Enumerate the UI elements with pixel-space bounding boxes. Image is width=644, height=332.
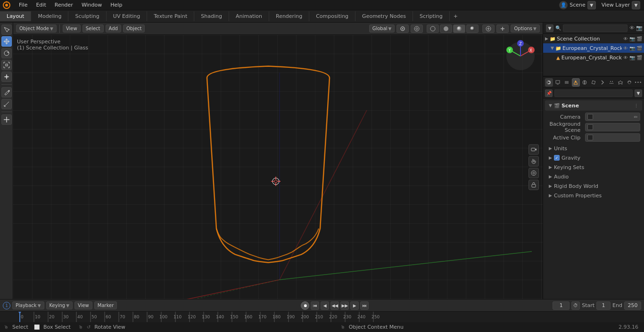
properties-search-input[interactable] (554, 89, 633, 97)
outliner-search-input[interactable] (563, 24, 627, 32)
options-btn[interactable]: Options ▼ (511, 24, 540, 32)
prop-tab-constraints[interactable] (625, 78, 633, 87)
prop-tab-more[interactable]: ••• (634, 78, 642, 87)
outliner-item-crystal-collection[interactable]: ▼ 📁 European_Crystal_Rocks_Gla 👁 📷 🎬 (543, 43, 644, 53)
jump-start-btn[interactable]: ⏮ (311, 301, 319, 310)
tab-rendering[interactable]: Rendering (269, 11, 309, 21)
keying-menu[interactable]: Keying ▼ (46, 301, 73, 309)
overlay-toggle[interactable] (482, 24, 495, 33)
camera-eyedropper[interactable]: ✏️ (634, 114, 638, 120)
view-menu[interactable]: View (63, 24, 81, 32)
timeline-view-menu[interactable]: View (74, 301, 92, 309)
keying-sets-section-header[interactable]: ▶ Keying Sets (545, 162, 642, 172)
outliner-filter-btn[interactable]: ▼ (546, 24, 553, 32)
menu-render[interactable]: Render (51, 1, 77, 9)
axis-widget[interactable]: X Y Z (504, 40, 537, 73)
play-forward-btn[interactable]: ▶▶ (340, 301, 349, 310)
bg-scene-value-field[interactable] (585, 123, 640, 131)
viewport-shading-wire[interactable] (427, 24, 439, 33)
rigid-body-label: Rigid Body World (554, 183, 598, 189)
current-frame-field[interactable]: 1 (553, 301, 570, 310)
outliner-eye-toggle[interactable]: 👁 (629, 25, 635, 31)
scene-prop-header[interactable]: ▼ 🎬 Scene ⋮ (545, 100, 642, 111)
tab-modeling[interactable]: Modeling (31, 11, 68, 21)
audio-section-header[interactable]: ▶ Audio (545, 172, 642, 181)
prop-tab-view-layer[interactable] (563, 78, 571, 87)
playback-menu[interactable]: Playback ▼ (12, 301, 44, 309)
prop-tab-scene[interactable] (572, 78, 580, 87)
select-menu[interactable]: Select (83, 24, 104, 32)
tab-scripting[interactable]: Scripting (413, 11, 450, 21)
use-preview-range[interactable]: ⏱ (571, 301, 580, 310)
prop-tab-physics[interactable] (616, 78, 624, 87)
proportional-edit[interactable] (411, 24, 423, 33)
tool-move[interactable] (1, 36, 12, 47)
mode-selector[interactable]: Object Mode ▼ (16, 24, 57, 32)
properties-filter-btn[interactable]: ▼ (635, 89, 642, 97)
menu-file[interactable]: File (15, 1, 31, 9)
record-keyframe-btn[interactable]: ⏺ (301, 301, 309, 310)
outliner-camera-toggle[interactable]: 📷 (636, 25, 643, 31)
prop-tab-particles[interactable] (607, 78, 615, 87)
tab-add-button[interactable]: + (450, 11, 462, 21)
tool-transform[interactable] (1, 72, 12, 82)
menu-help[interactable]: Help (107, 1, 126, 9)
menu-edit[interactable]: Edit (32, 1, 50, 9)
tool-rotate[interactable] (1, 48, 12, 58)
view-lock-btn[interactable] (528, 179, 539, 190)
prop-tab-render[interactable] (545, 78, 553, 87)
gizmo-toggle[interactable] (496, 24, 509, 33)
tab-shading[interactable]: Shading (194, 11, 229, 21)
view-camera-btn[interactable] (528, 168, 539, 178)
add-menu[interactable]: Add (106, 24, 121, 32)
viewport-shading-rendered[interactable] (466, 24, 479, 33)
prop-tab-object[interactable] (590, 78, 598, 87)
tool-annotate[interactable] (1, 87, 12, 97)
tab-texture-paint[interactable]: Texture Paint (147, 11, 194, 21)
timeline-marker-menu[interactable]: Marker (94, 301, 117, 309)
user-icon[interactable]: 👤 (559, 1, 568, 9)
end-frame-field[interactable]: 250 (624, 301, 641, 310)
tool-measure[interactable] (1, 99, 12, 109)
tab-compositing[interactable]: Compositing (309, 11, 355, 21)
tool-scale[interactable] (1, 60, 12, 70)
active-clip-value-field[interactable] (585, 133, 640, 142)
properties-pin-btn[interactable]: 📌 (545, 89, 553, 97)
jump-end-btn[interactable]: ⏭ (360, 301, 369, 310)
gravity-section-header[interactable]: ▶ ✓ Gravity (545, 153, 642, 162)
object-menu[interactable]: Object (123, 24, 145, 32)
gravity-checkbox[interactable]: ✓ (554, 155, 560, 161)
tab-uv-editing[interactable]: UV Editing (107, 11, 147, 21)
step-back-btn[interactable]: ◀ (321, 301, 329, 310)
outliner-item-crystal-rocks[interactable]: ▲ European_Crystal_Rocks 👁 📷 🎬 (543, 53, 644, 62)
snap-toggle[interactable] (396, 24, 409, 33)
tab-animation[interactable]: Animation (229, 11, 269, 21)
play-backward-btn[interactable]: ◀◀ (330, 301, 339, 310)
viewport-shading-material[interactable] (453, 24, 465, 33)
tab-layout[interactable]: Layout (0, 11, 31, 21)
hand-tool-btn[interactable] (528, 156, 539, 166)
view-layer-dropdown[interactable]: ▼ (632, 1, 640, 9)
viewport-main[interactable]: User Perspective (1) Scene Collection | … (13, 35, 543, 299)
outliner-item-scene-collection[interactable]: ▶ 📁 Scene Collection 👁 📷 🎬 (543, 34, 644, 43)
transform-orientation[interactable]: Global ▼ (369, 24, 395, 32)
prop-tab-modifier[interactable] (598, 78, 606, 87)
prop-tab-output[interactable] (554, 78, 562, 87)
tool-cursor[interactable] (1, 24, 12, 35)
custom-props-section-header[interactable]: ▶ Custom Properties (545, 191, 642, 200)
rigid-body-section-header[interactable]: ▶ Rigid Body World (545, 181, 642, 191)
tab-geometry-nodes[interactable]: Geometry Nodes (355, 11, 413, 21)
start-frame-field[interactable]: 1 (596, 301, 611, 310)
viewport-shading-solid[interactable] (440, 24, 452, 33)
tool-add[interactable] (1, 114, 12, 125)
prop-tab-world[interactable] (581, 78, 589, 87)
units-section-header[interactable]: ▶ Units (545, 144, 642, 153)
camera-value-field[interactable]: ✏️ (585, 113, 640, 121)
camera-view-btn[interactable] (528, 144, 539, 154)
step-forward-btn[interactable]: ▶ (350, 301, 359, 310)
tab-sculpting[interactable]: Sculpting (68, 11, 106, 21)
scene-options-btn[interactable]: ⋮ (634, 103, 638, 108)
scene-dropdown[interactable]: ▼ (587, 1, 596, 9)
timeline-ruler[interactable]: 0 10 20 30 40 50 60 70 80 90 100 110 120… (0, 312, 644, 322)
menu-window[interactable]: Window (78, 1, 106, 9)
